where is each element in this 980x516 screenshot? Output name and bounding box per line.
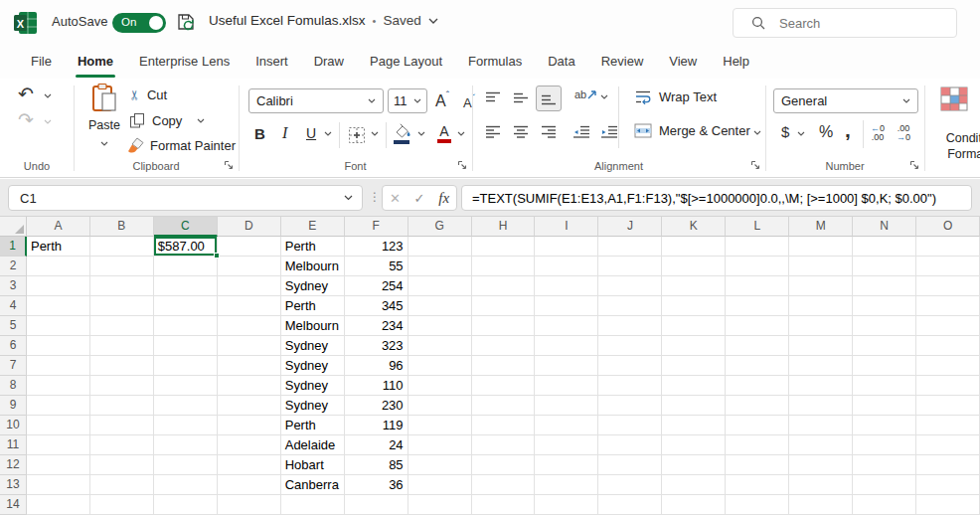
cell-J13[interactable] xyxy=(598,475,662,495)
cell-M11[interactable] xyxy=(789,435,853,455)
cell-F9[interactable]: 230 xyxy=(345,396,408,416)
tab-formulas[interactable]: Formulas xyxy=(455,45,535,79)
cell-G8[interactable] xyxy=(408,376,472,396)
cell-N6[interactable] xyxy=(853,336,916,356)
cell-H4[interactable] xyxy=(472,296,536,316)
cell-O5[interactable] xyxy=(916,316,980,336)
row-header-8[interactable]: 8 xyxy=(0,376,27,396)
cell-H12[interactable] xyxy=(472,455,536,475)
cell-G2[interactable] xyxy=(408,257,472,276)
underline-button[interactable]: U xyxy=(306,125,316,141)
row-header-6[interactable]: 6 xyxy=(0,336,27,356)
column-header-H[interactable]: H xyxy=(472,217,536,237)
select-all-button[interactable] xyxy=(0,217,27,237)
cell-E10[interactable]: Perth xyxy=(281,416,345,435)
cell-F4[interactable]: 345 xyxy=(345,296,408,316)
column-header-M[interactable]: M xyxy=(789,217,853,237)
cell-L1[interactable] xyxy=(726,237,789,257)
cell-F12[interactable]: 85 xyxy=(345,455,408,475)
cell-I3[interactable] xyxy=(535,276,598,296)
cell-A14[interactable] xyxy=(27,495,90,515)
cell-J6[interactable] xyxy=(598,336,662,356)
cell-I14[interactable] xyxy=(535,495,598,515)
cell-C14[interactable] xyxy=(154,495,218,515)
font-color-button[interactable]: A xyxy=(437,123,451,143)
cell-O14[interactable] xyxy=(916,495,980,515)
cut-button[interactable]: ✂ Cut xyxy=(129,87,167,102)
cell-C4[interactable] xyxy=(154,296,218,316)
cell-D3[interactable] xyxy=(218,276,281,296)
cell-O12[interactable] xyxy=(916,455,980,475)
fill-color-chevron-icon[interactable] xyxy=(417,131,425,136)
cell-O1[interactable] xyxy=(916,237,980,257)
orientation-button[interactable]: ab xyxy=(574,88,598,100)
cell-D14[interactable] xyxy=(218,495,281,515)
cell-G1[interactable] xyxy=(408,237,472,257)
bold-button[interactable]: B xyxy=(254,125,265,142)
cell-K2[interactable] xyxy=(662,257,726,276)
cell-N9[interactable] xyxy=(853,396,916,416)
cell-E2[interactable]: Melbourn xyxy=(281,257,345,276)
fill-handle[interactable] xyxy=(214,253,220,258)
row-header-5[interactable]: 5 xyxy=(0,316,27,336)
cell-M14[interactable] xyxy=(789,495,853,515)
cell-N12[interactable] xyxy=(853,455,916,475)
row-header-3[interactable]: 3 xyxy=(0,276,27,296)
cell-G3[interactable] xyxy=(408,276,472,296)
row-header-9[interactable]: 9 xyxy=(0,396,27,416)
cell-E13[interactable]: Canberra xyxy=(281,475,345,495)
cell-E11[interactable]: Adelaide xyxy=(281,435,345,455)
cell-O2[interactable] xyxy=(916,257,980,276)
cell-C12[interactable] xyxy=(154,455,218,475)
cell-M2[interactable] xyxy=(789,257,853,276)
increase-indent-button[interactable] xyxy=(600,124,618,140)
top-align-button[interactable] xyxy=(485,90,501,106)
cell-I11[interactable] xyxy=(535,435,598,455)
cancel-button[interactable]: ✕ xyxy=(390,191,401,206)
cell-B9[interactable] xyxy=(90,396,154,416)
cell-N1[interactable] xyxy=(853,237,916,257)
cell-B1[interactable] xyxy=(90,237,154,257)
formula-bar-grip[interactable]: ⋮ xyxy=(369,190,382,204)
cell-N3[interactable] xyxy=(853,276,916,296)
cell-A10[interactable] xyxy=(27,416,90,435)
number-format-combobox[interactable]: General xyxy=(773,88,918,113)
tab-enterprise-lens[interactable]: Enterprise Lens xyxy=(126,45,243,79)
cell-B11[interactable] xyxy=(90,435,154,455)
cell-N13[interactable] xyxy=(853,475,916,495)
cell-J11[interactable] xyxy=(598,435,662,455)
cell-N7[interactable] xyxy=(853,356,916,376)
cell-G10[interactable] xyxy=(408,416,472,435)
cell-C8[interactable] xyxy=(154,376,218,396)
cell-J8[interactable] xyxy=(598,376,662,396)
formula-input[interactable] xyxy=(470,190,963,207)
cell-B13[interactable] xyxy=(90,475,154,495)
cell-H2[interactable] xyxy=(472,257,536,276)
cell-I1[interactable] xyxy=(535,237,598,257)
comma-format-button[interactable]: , xyxy=(845,118,851,142)
cell-I10[interactable] xyxy=(535,416,598,435)
row-header-4[interactable]: 4 xyxy=(0,296,27,316)
cell-E7[interactable]: Sydney xyxy=(281,356,345,376)
cell-D12[interactable] xyxy=(218,455,281,475)
cell-O6[interactable] xyxy=(916,336,980,356)
document-title[interactable]: Useful Excel Fomulas.xlsx • Saved xyxy=(209,13,438,28)
cell-M8[interactable] xyxy=(789,376,853,396)
cell-L4[interactable] xyxy=(726,296,789,316)
cell-L5[interactable] xyxy=(726,316,789,336)
cell-L13[interactable] xyxy=(726,475,789,495)
cell-K3[interactable] xyxy=(662,276,726,296)
cell-E9[interactable]: Sydney xyxy=(281,396,345,416)
cell-E1[interactable]: Perth xyxy=(281,237,345,257)
cell-M6[interactable] xyxy=(789,336,853,356)
cell-J14[interactable] xyxy=(598,495,662,515)
decrease-indent-button[interactable] xyxy=(572,124,590,140)
cell-B8[interactable] xyxy=(90,376,154,396)
cell-M13[interactable] xyxy=(789,475,853,495)
row-header-2[interactable]: 2 xyxy=(0,257,27,276)
row-header-13[interactable]: 13 xyxy=(0,475,27,495)
cell-F14[interactable] xyxy=(345,495,408,515)
cell-K8[interactable] xyxy=(662,376,726,396)
cell-B3[interactable] xyxy=(90,276,154,296)
cell-A1[interactable]: Perth xyxy=(27,237,90,257)
